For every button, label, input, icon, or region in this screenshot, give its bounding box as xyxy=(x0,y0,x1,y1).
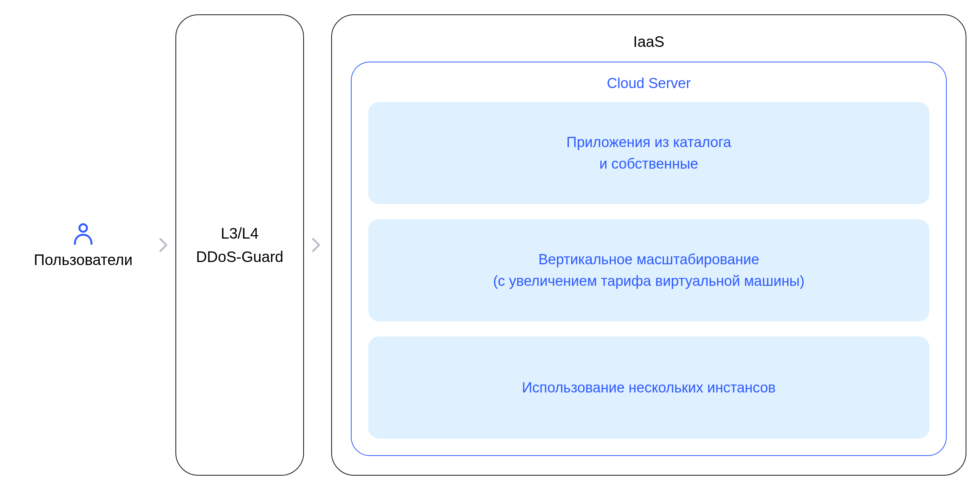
card-catalog-apps: Приложения из каталога и собственные xyxy=(368,102,929,204)
users-label: Пользователи xyxy=(33,251,132,269)
iaas-box: IaaS Cloud Server Приложения из каталога… xyxy=(331,14,966,476)
card-line: (с увеличением тарифа виртуальной машины… xyxy=(493,270,805,292)
card-line: Приложения из каталога xyxy=(566,132,731,153)
card-line: Использование нескольких инстансов xyxy=(522,377,776,398)
ddos-guard-box: L3/L4 DDoS-Guard xyxy=(175,14,304,476)
card-multiple-instances: Использование нескольких инстансов xyxy=(368,337,929,439)
chevron-right-icon xyxy=(307,236,325,254)
chevron-right-icon xyxy=(154,236,172,254)
card-line: Вертикальное масштабирование xyxy=(493,249,805,270)
card-vertical-scaling: Вертикальное масштабирование (с увеличен… xyxy=(368,219,929,321)
guard-line1: L3/L4 xyxy=(221,221,259,245)
users-column: Пользователи xyxy=(15,222,151,269)
iaas-title: IaaS xyxy=(351,33,947,50)
diagram-stage: Пользователи L3/L4 DDoS-Guard IaaS Cloud… xyxy=(0,0,980,490)
card-line: и собственные xyxy=(566,153,731,175)
guard-line2: DDoS-Guard xyxy=(196,245,283,269)
cloud-server-title: Cloud Server xyxy=(368,75,929,92)
svg-point-0 xyxy=(80,224,87,232)
cloud-server-box: Cloud Server Приложения из каталога и со… xyxy=(351,62,947,456)
user-icon xyxy=(71,222,95,246)
cloud-cards: Приложения из каталога и собственные Вер… xyxy=(368,102,929,439)
